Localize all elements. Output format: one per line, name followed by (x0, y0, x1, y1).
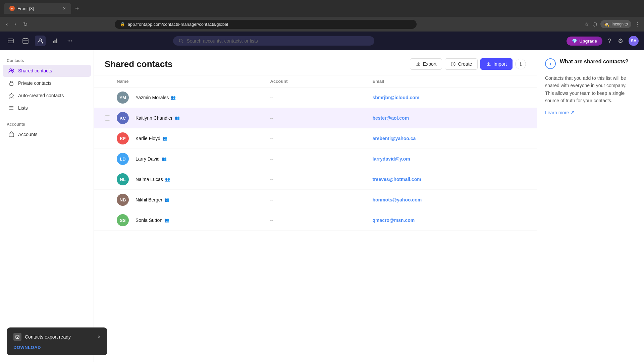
svg-rect-17 (9, 133, 14, 137)
row-checkbox[interactable] (105, 115, 110, 121)
back-button[interactable]: ‹ (4, 20, 10, 28)
extensions-button[interactable]: ⬡ (592, 21, 597, 27)
sidebar-item-label: Private contacts (18, 80, 52, 86)
favicon-icon: F (9, 6, 15, 11)
table-row[interactable]: NB Nikhil Berger 👥 -- bonmots@yahoo.com (94, 190, 537, 210)
sidebar-item-label: Lists (18, 105, 28, 111)
star-button[interactable]: ☆ (584, 21, 589, 27)
content-header: Shared contacts Export Create Import ℹ (94, 50, 537, 75)
export-button[interactable]: Export (410, 58, 442, 70)
learn-more-link[interactable]: Learn more (545, 110, 636, 115)
contact-email[interactable]: treeves@hotmail.com (373, 177, 526, 182)
contacts-icon[interactable] (35, 36, 46, 46)
contact-account: -- (270, 197, 373, 202)
tab-close-icon[interactable]: × (63, 6, 66, 11)
calendar-icon[interactable] (20, 36, 31, 46)
forward-button[interactable]: › (12, 20, 18, 28)
help-icon[interactable]: ? (606, 36, 612, 46)
inbox-icon[interactable] (5, 36, 16, 46)
search-input[interactable] (186, 38, 369, 44)
refresh-button[interactable]: ↻ (21, 20, 30, 29)
contact-email[interactable]: arebenti@yahoo.ca (373, 136, 526, 141)
content-area: Shared contacts Export Create Import ℹ (94, 50, 537, 362)
app-header: 💎 Upgrade ? ⚙ SA (0, 32, 644, 50)
table-row[interactable]: KF Karlie Floyd 👥 -- arebenti@yahoo.ca (94, 128, 537, 149)
create-button[interactable]: Create (445, 58, 478, 70)
contact-name: Karlie Floyd 👥 (136, 136, 167, 141)
info-button[interactable]: ℹ (515, 59, 526, 69)
svg-rect-4 (55, 40, 56, 43)
contact-name: Naima Lucas 👥 (136, 177, 170, 182)
main-content: Contacts Shared contacts Private contact… (0, 50, 644, 362)
more-apps-icon[interactable] (64, 36, 75, 46)
contact-name: Nikhil Berger 👥 (136, 197, 169, 202)
info-panel-header: i What are shared contacts? (545, 58, 636, 69)
svg-rect-12 (10, 83, 13, 85)
contact-account: -- (270, 115, 373, 121)
contact-linked-icon: 👥 (175, 116, 180, 120)
contact-name-cell: KC Kaitlynn Chandler 👥 (117, 112, 270, 124)
new-tab-button[interactable]: + (75, 5, 79, 12)
contact-email[interactable]: qmacro@msn.com (373, 218, 526, 223)
avatar[interactable]: SA (629, 36, 639, 46)
svg-marker-13 (9, 93, 14, 98)
svg-point-10 (10, 69, 12, 71)
upgrade-button[interactable]: 💎 Upgrade (567, 37, 602, 46)
contact-email[interactable]: bester@aol.com (373, 115, 526, 121)
import-button[interactable]: Import (480, 58, 513, 70)
table-row[interactable]: SS Sonia Sutton 👥 -- qmacro@msn.com (94, 210, 537, 231)
contact-account: -- (270, 177, 373, 182)
contact-linked-icon: 👥 (162, 136, 167, 141)
svg-point-11 (12, 69, 14, 71)
browser-tab[interactable]: F Front (3) × (4, 3, 71, 14)
contacts-table: Name Account Email YM Yazmin Morales 👥 (94, 75, 537, 231)
avatar: YM (117, 92, 129, 104)
table-row[interactable]: KC Kaitlynn Chandler 👥 -- bester@aol.com (94, 108, 537, 128)
sidebar-item-label: Accounts (18, 132, 38, 137)
avatar: LD (117, 153, 129, 165)
contact-name-cell: KF Karlie Floyd 👥 (117, 132, 270, 144)
contact-name-cell: NB Nikhil Berger 👥 (117, 194, 270, 206)
lists-icon (8, 105, 15, 111)
toast-notification: Contacts export ready × DOWNLOAD (7, 327, 107, 355)
settings-icon[interactable]: ⚙ (616, 36, 625, 46)
contact-email[interactable]: sbmrjbr@icloud.com (373, 95, 526, 100)
contact-name: Yazmin Morales 👥 (136, 95, 176, 100)
table-row[interactable]: YM Yazmin Morales 👥 -- sbmrjbr@icloud.co… (94, 87, 537, 108)
toast-close-button[interactable]: × (98, 334, 101, 340)
sidebar-item-lists[interactable]: Lists (3, 102, 91, 114)
avatar: KC (117, 112, 129, 124)
sidebar-item-auto-created[interactable]: Auto-created contacts (3, 89, 91, 102)
toast-download-button[interactable]: DOWNLOAD (13, 345, 101, 350)
contact-email[interactable]: larrydavid@y.om (373, 156, 526, 162)
col-header-name: Name (117, 79, 270, 84)
sidebar-item-shared-contacts[interactable]: Shared contacts (3, 65, 91, 77)
app-search-bar[interactable] (173, 36, 374, 46)
lock-icon: 🔒 (120, 22, 125, 26)
sidebar-item-accounts[interactable]: Accounts (3, 128, 91, 140)
info-panel: i What are shared contacts? Contacts tha… (537, 50, 644, 362)
contact-linked-icon: 👥 (162, 157, 167, 161)
svg-point-8 (71, 41, 72, 42)
contact-linked-icon: 👥 (165, 177, 170, 182)
contact-linked-icon: 👥 (171, 95, 176, 100)
contact-email[interactable]: bonmots@yahoo.com (373, 197, 526, 202)
contact-account: -- (270, 156, 373, 162)
incognito-indicator: 🕵 Incognito (600, 20, 631, 28)
private-contacts-icon (8, 80, 15, 86)
contact-linked-icon: 👥 (164, 197, 169, 202)
info-panel-title: What are shared contacts? (560, 58, 629, 65)
contacts-section-label: Contacts (0, 56, 94, 64)
browser-more-button[interactable]: ⋮ (635, 21, 640, 27)
sidebar-item-private-contacts[interactable]: Private contacts (3, 77, 91, 89)
avatar: SS (117, 214, 129, 226)
svg-point-6 (68, 41, 69, 42)
table-row[interactable]: LD Larry David 👥 -- larrydavid@y.om (94, 149, 537, 169)
contact-linked-icon: 👥 (164, 218, 169, 223)
address-bar[interactable]: 🔒 app.frontapp.com/contacts-manager/cont… (115, 20, 417, 29)
avatar: NB (117, 194, 129, 206)
avatar: NL (117, 173, 129, 185)
auto-created-icon (8, 92, 15, 99)
table-row[interactable]: NL Naima Lucas 👥 -- treeves@hotmail.com (94, 169, 537, 190)
analytics-icon[interactable] (50, 36, 60, 46)
